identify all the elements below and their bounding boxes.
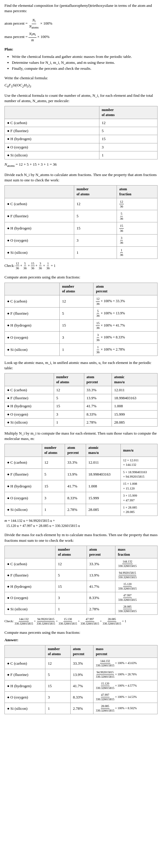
atom-count: 5: [60, 307, 94, 319]
table-row: ● F (fluorine) 5 13.9% 94.992015815330.3…: [5, 570, 158, 581]
plan-item-1: Write the chemical formula and gather at…: [12, 54, 158, 59]
atom-count: 3: [54, 410, 84, 418]
atom-percent-val: 8.33%: [84, 410, 111, 418]
atom-percent-formula: atom percent = NiNatoms × 100%: [4, 18, 158, 30]
atomic-mass-val: 28.085: [111, 418, 157, 426]
answer-label: Answer:: [4, 637, 158, 643]
atom-count: 1: [99, 151, 157, 159]
col-atom-percent: atompercent: [87, 546, 115, 558]
col-atom-percent: atompercent: [84, 373, 111, 386]
atom-count: 15: [42, 480, 65, 492]
atom-fraction: 1236: [117, 198, 158, 210]
atom-count: 15: [74, 222, 117, 235]
table-row: ● H (hydrogen) 15 1536: [5, 222, 158, 235]
atomic-mass-val: 12.011: [86, 457, 121, 468]
table-row: ● F (fluorine) 5 13.9% 18.998403163 5 × …: [5, 468, 158, 480]
mass-percent-val: 94.992015815330.326015815 × 100% = 28.76…: [94, 669, 158, 680]
check-line-2: Check: 144.132330.326015815 + 94.9920158…: [4, 617, 158, 626]
col-atomic-mass: atomicmass/u: [86, 444, 121, 457]
element-label: ● C (carbon): [5, 658, 45, 669]
atom-count: 5: [45, 669, 71, 680]
mass-fraction-table: numberof atoms atompercent massfraction …: [4, 546, 158, 615]
table-row: ● H (hydrogen) 15: [5, 135, 158, 143]
table-row: ● C (carbon) 12 1236: [5, 198, 158, 210]
plan-section: Plan: Write the chemical formula and gat…: [4, 46, 158, 71]
table-row: ● C (carbon) 12 33.3% 144.132330.3260158…: [5, 558, 158, 570]
table-row: ● C (carbon) 12 33.3% 144.132330.3260158…: [5, 658, 158, 669]
table-row: ● O (oxygen) 3 8.33% 47.997330.326015815…: [5, 692, 158, 703]
element-label: ● H (hydrogen): [5, 319, 60, 332]
atom-count: 12: [42, 457, 65, 468]
mass-fraction-val: 28.085330.326015815: [116, 603, 158, 615]
plan-list: Write the chemical formula and gather at…: [7, 54, 158, 71]
count-section: Use the chemical formula to count the nu…: [4, 93, 158, 168]
element-label: ● F (fluorine): [5, 468, 42, 480]
col-atom-percent: atompercent: [70, 645, 93, 658]
table-row: ● O (oxygen) 3: [5, 143, 158, 151]
col-mass: mass/u: [121, 444, 157, 457]
element-label: ● H (hydrogen): [5, 402, 54, 410]
table-row: ● H (hydrogen) 15 41.7% 15.120330.326015…: [5, 581, 158, 592]
atom-percent-val: 33.3%: [70, 658, 93, 669]
intro-text: Find the elemental composition for (pent…: [4, 3, 158, 14]
table-row: ● Si (silicon) 1 136 × 100% = 2.78%: [5, 344, 158, 356]
mass-val: 15 × 1.008= 15.120: [121, 480, 157, 492]
mol-mass-table: numberof atoms atompercent atomicmass/u …: [4, 444, 158, 516]
mass-percent-formula: mass percent = Nimim × 100%: [4, 31, 158, 42]
element-label: ● H (hydrogen): [5, 680, 45, 692]
table-row: ● H (hydrogen) 15 1536 × 100% = 41.7%: [5, 319, 158, 332]
atomic-mass-val: 18.998403163: [86, 468, 121, 480]
atom-percent-val: 2.78%: [65, 504, 86, 516]
table-row: ● O (oxygen) 3 8.33% 15.999: [5, 410, 158, 418]
atom-percent-val: 1236 × 100% = 33.3%: [94, 296, 158, 308]
mass-val: 1 × 28.085= 28.085: [121, 504, 157, 516]
table-row: ● C (carbon) 12 1236 × 100% = 33.3%: [5, 296, 158, 308]
element-label: ● H (hydrogen): [5, 581, 56, 592]
col-num-atoms: numberof atoms: [54, 373, 84, 386]
atom-count: 3: [42, 492, 65, 504]
element-label: ● C (carbon): [5, 119, 99, 127]
mass-percent-val: 15.120330.326015815 × 100% = 4.577%: [94, 680, 158, 692]
atom-fraction: 536: [117, 210, 158, 222]
element-label: ● Si (silicon): [5, 504, 42, 516]
atom-count: 15: [99, 135, 157, 143]
element-label: ● Si (silicon): [5, 418, 54, 426]
col-atomic-mass: atomicmass/u: [111, 373, 157, 386]
col-mass-percent: masspercent: [94, 645, 158, 658]
mass-val: 12 × 12.011= 144.132: [121, 457, 157, 468]
mass-val: 5 × 18.998403163= 94.992015815: [121, 468, 157, 480]
mass-percent-table: numberof atoms atompercent masspercent ●…: [4, 645, 158, 715]
atom-percent-val: 2.78%: [84, 418, 111, 426]
atom-percent-val: 8.33%: [70, 692, 93, 703]
col-element: [5, 444, 42, 457]
element-label: ● Si (silicon): [5, 246, 74, 258]
formula-section: atom percent = NiNatoms × 100% mass perc…: [4, 18, 158, 42]
atom-percent-val: 13.9%: [65, 468, 86, 480]
element-label: ● Si (silicon): [5, 603, 56, 615]
col-num-atoms: numberof atoms: [42, 444, 65, 457]
plan-item-3: Finally, compute the percents and check …: [12, 66, 158, 71]
check-line-1: Check: 1236 + 536 + 1536 + 336 + 136 = 1: [4, 261, 158, 271]
atom-fraction: 336: [117, 235, 158, 247]
mass-fraction-intro: Divide the mass for each element by m to…: [4, 532, 158, 543]
element-label: ● F (fluorine): [5, 127, 99, 135]
element-label: ● H (hydrogen): [5, 135, 99, 143]
atom-percent-val: 136 × 100% = 2.78%: [94, 344, 158, 356]
atom-count: 1: [42, 504, 65, 516]
mass-percent-final-intro: Compute mass percents using the mass fra…: [4, 630, 158, 635]
atom-count: 5: [42, 468, 65, 480]
col-element: [5, 283, 60, 296]
element-label: ● O (oxygen): [5, 692, 45, 703]
element-label: ● H (hydrogen): [5, 222, 74, 235]
atom-fraction-table: numberof atoms atomfraction ● C (carbon)…: [4, 185, 158, 259]
mass-percent-val: 144.132330.326015815 × 100% = 43.63%: [94, 658, 158, 669]
table-row: ● Si (silicon) 1 2.78% 28.085330.3260158…: [5, 603, 158, 615]
atom-count: 1: [45, 703, 71, 714]
plan-title: Plan:: [4, 46, 158, 52]
atom-count: 3: [74, 235, 117, 247]
atom-count: 12: [74, 198, 117, 210]
atom-count: 12: [99, 119, 157, 127]
col-mass-fraction: massfraction: [116, 546, 158, 558]
atom-percent-val: 13.9%: [70, 669, 93, 680]
atom-count-table: numberof atoms ● C (carbon) 12 ● F (fluo…: [4, 106, 158, 159]
